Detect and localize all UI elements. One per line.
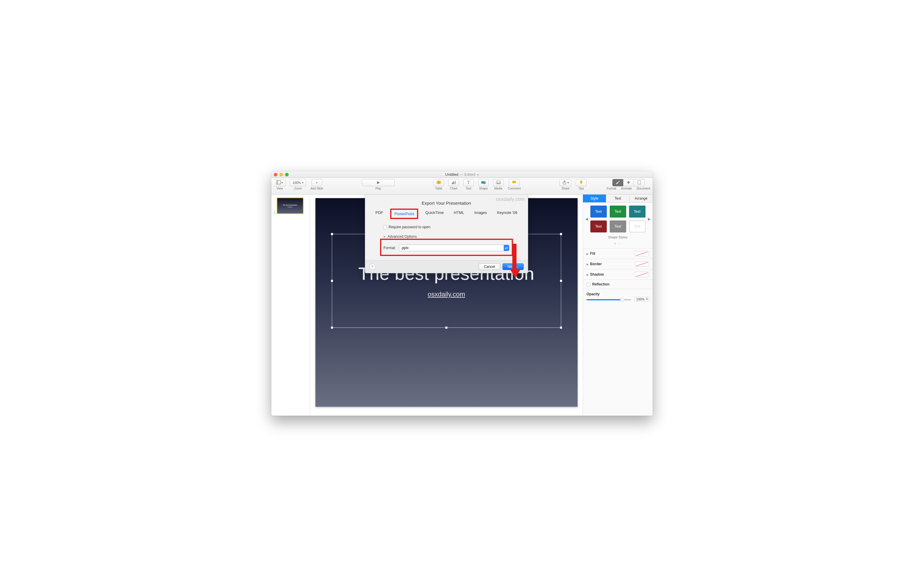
chart-icon	[451, 180, 456, 185]
style-swatch[interactable]: Text	[610, 206, 626, 218]
slider-knob[interactable]	[620, 298, 624, 302]
comment-button[interactable]	[509, 179, 520, 186]
resize-handle[interactable]	[331, 233, 333, 235]
export-tab-keynote09[interactable]: Keynote '09	[494, 208, 520, 219]
styles-prev-button[interactable]: ◀	[585, 217, 589, 221]
border-label: Border	[590, 262, 602, 266]
toolbar: ▾ View 100% ▾ Zoom + Add Slide Play	[271, 178, 653, 195]
thumb-subtitle: osxdaily.com	[287, 207, 292, 208]
comment-icon	[512, 180, 516, 185]
zoom-value: 100%	[292, 181, 301, 184]
chart-label: Chart	[450, 187, 457, 190]
slide-subtitle-text[interactable]: osxdaily.com	[428, 291, 465, 298]
close-window-button[interactable]	[274, 173, 277, 176]
resize-handle[interactable]	[446, 327, 447, 329]
style-swatch[interactable]: Text	[629, 220, 645, 232]
resize-handle[interactable]	[331, 327, 333, 329]
style-swatch[interactable]: Text	[591, 220, 607, 232]
inspector-tab-text[interactable]: Text	[606, 195, 629, 202]
document-inspector-button[interactable]	[634, 179, 645, 186]
minimize-window-button[interactable]	[279, 173, 283, 176]
play-label: Play	[375, 187, 381, 190]
resize-handle[interactable]	[331, 280, 333, 282]
plus-icon: +	[316, 181, 318, 184]
export-tab-pdf[interactable]: PDF	[372, 208, 386, 219]
format-inspector-button[interactable]	[612, 179, 623, 186]
fullscreen-window-button[interactable]	[285, 173, 289, 176]
shape-label: Shape	[479, 187, 488, 190]
export-tab-html[interactable]: HTML	[451, 208, 467, 219]
border-row[interactable]: ▶Border	[583, 259, 653, 269]
resize-handle[interactable]	[560, 280, 562, 282]
svg-rect-17	[638, 180, 641, 184]
document-title[interactable]: Untitled — Edited ▾	[271, 172, 653, 177]
document-state: Edited	[464, 172, 475, 177]
add-slide-button[interactable]: +	[312, 179, 322, 186]
reflection-checkbox[interactable]	[586, 283, 591, 286]
style-swatch[interactable]: Text	[629, 206, 645, 218]
styles-next-button[interactable]: ▶	[647, 217, 651, 221]
body: 1 The best presentation osxdaily.com	[271, 195, 653, 416]
resize-handle[interactable]	[560, 327, 562, 329]
shape-button[interactable]	[478, 179, 489, 186]
advanced-options-label: Advanced Options	[388, 235, 417, 239]
view-label: View	[276, 187, 283, 190]
chevron-down-icon: ▾	[282, 181, 283, 184]
style-swatch[interactable]: Text	[591, 206, 607, 218]
require-password-checkbox[interactable]	[383, 225, 387, 229]
tips-button[interactable]	[576, 179, 586, 186]
add-slide-label: Add Slide	[310, 187, 323, 190]
svg-rect-9	[455, 181, 456, 184]
inspector-tab-style[interactable]: Style	[583, 195, 606, 202]
advanced-options-toggle[interactable]: ▼ Advanced Options	[383, 235, 510, 239]
brush-icon	[615, 180, 620, 185]
slide-thumbnail[interactable]: The best presentation osxdaily.com	[277, 198, 304, 214]
format-select[interactable]: .pptx ▴▾	[399, 245, 509, 251]
shadow-row[interactable]: ▶Shadow	[583, 269, 653, 279]
chart-button[interactable]	[448, 179, 459, 186]
share-icon	[562, 180, 567, 185]
view-button[interactable]: ▾	[274, 179, 285, 186]
slide-thumbnail-row[interactable]: 1 The best presentation osxdaily.com	[274, 198, 307, 214]
help-icon: ?	[371, 265, 373, 269]
text-icon: T	[467, 180, 470, 185]
svg-rect-8	[453, 182, 454, 184]
shadow-swatch[interactable]	[635, 272, 649, 277]
shape-styles-label: Shape Styles	[608, 235, 628, 239]
media-button[interactable]	[493, 179, 504, 186]
style-swatch[interactable]: Text	[610, 220, 626, 232]
require-password-label: Require password to open	[389, 225, 431, 229]
annotation-arrow-icon	[510, 244, 519, 279]
fill-row[interactable]: ▶Fill	[583, 248, 653, 259]
document-icon	[637, 180, 642, 185]
opacity-value-field[interactable]: 100%	[634, 297, 649, 301]
canvas[interactable]: The best presentation osxdaily.com osxda…	[310, 195, 582, 416]
zoom-select[interactable]: 100% ▾	[290, 179, 306, 186]
text-button[interactable]: T	[463, 179, 474, 186]
shadow-label: Shadow	[590, 272, 604, 276]
svg-rect-0	[276, 180, 280, 184]
swatch-label: Text	[595, 224, 602, 228]
inspector-tab-arrange[interactable]: Arrange	[630, 195, 653, 202]
fill-swatch[interactable]	[635, 251, 649, 256]
cancel-button[interactable]: Cancel	[478, 263, 500, 270]
share-button[interactable]: ▾	[559, 179, 572, 186]
chevron-down-icon: ▾	[476, 173, 478, 176]
export-tab-images[interactable]: Images	[471, 208, 490, 219]
animate-label: Animate	[621, 187, 632, 190]
opacity-slider[interactable]	[586, 299, 631, 300]
export-tab-powerpoint[interactable]: PowerPoint	[390, 208, 418, 219]
swatch-label: Text	[634, 210, 640, 213]
help-button[interactable]: ?	[370, 264, 375, 270]
table-button[interactable]	[433, 179, 444, 186]
play-icon	[376, 181, 380, 184]
opacity-section: Opacity 100%	[583, 289, 653, 305]
play-button[interactable]	[362, 179, 395, 186]
animate-inspector-button[interactable]	[623, 179, 634, 186]
export-tab-quicktime[interactable]: QuickTime	[422, 208, 447, 219]
comment-label: Comment	[508, 187, 521, 190]
format-label: Format:	[384, 246, 396, 250]
border-swatch[interactable]	[635, 261, 649, 267]
opacity-label: Opacity	[586, 292, 649, 296]
resize-handle[interactable]	[560, 233, 562, 235]
